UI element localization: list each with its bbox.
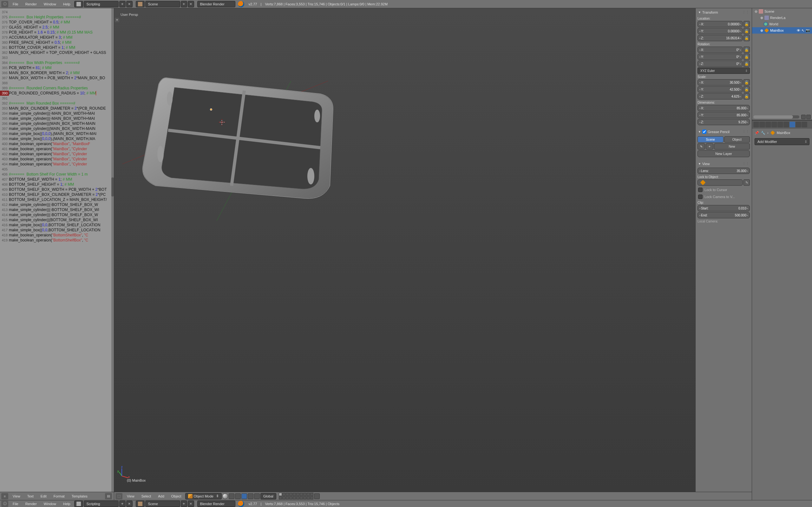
- viewport-toolshelf-toggle[interactable]: +: [115, 18, 119, 22]
- scale-x-field[interactable]: ◂X:30.500▸: [698, 79, 743, 86]
- loc-x-field[interactable]: ◂X:0.00000▸: [698, 21, 743, 27]
- rotation-mode-dropdown[interactable]: XYZ Euler: [698, 67, 750, 74]
- selectable-cursor-icon[interactable]: ↖: [802, 29, 804, 33]
- lens-field[interactable]: ◂Lens:35.000▸: [698, 168, 750, 174]
- visibility-eye-icon[interactable]: 👁: [797, 29, 800, 33]
- menu-render[interactable]: Render: [22, 1, 40, 7]
- scale-y-field[interactable]: ◂Y:42.500▸: [698, 86, 743, 93]
- dim-z-field[interactable]: ◂Z:9.250▸: [698, 119, 750, 125]
- rot-y-field[interactable]: ◂Y:0°▸: [698, 54, 743, 60]
- lock-object-eyedropper[interactable]: ✎: [744, 179, 750, 186]
- pivot-opts-icon[interactable]: [235, 493, 241, 499]
- text-menu-format[interactable]: Format: [50, 493, 68, 499]
- tab-renderlayers[interactable]: [759, 122, 765, 127]
- tab-material[interactable]: [802, 122, 807, 127]
- scene-icon-wrap[interactable]: [136, 1, 145, 7]
- viewport-editor-icon[interactable]: ⬚: [115, 493, 122, 499]
- scene-add-button[interactable]: +: [181, 1, 187, 7]
- grease-new-layer-button[interactable]: New Layer: [698, 150, 750, 157]
- info-editor-icon[interactable]: ⓘ: [1, 1, 8, 7]
- loc-y-lock[interactable]: 🔓: [744, 28, 750, 34]
- vp-menu-view[interactable]: View: [124, 493, 138, 499]
- menu-help-bottom[interactable]: Help: [60, 501, 73, 507]
- scene-dropdown-bottom[interactable]: Scene: [145, 501, 180, 507]
- menu-window[interactable]: Window: [41, 1, 59, 7]
- pin-icon[interactable]: 📌: [755, 131, 759, 135]
- grease-pencil-header[interactable]: ▼Grease Pencil⋮⋮: [696, 128, 751, 135]
- layout-selector-bottom[interactable]: [74, 501, 83, 507]
- rot-y-lock[interactable]: 🔓: [744, 54, 750, 60]
- lock-camera-checkbox[interactable]: [698, 194, 703, 199]
- layout-selector[interactable]: [74, 1, 83, 7]
- text-editor-type-icon[interactable]: ≡: [1, 493, 8, 499]
- vp-menu-object[interactable]: Object: [168, 493, 185, 499]
- outliner-mainbox-row[interactable]: ⊕MainBox 👁 ↖ 📷: [752, 27, 812, 34]
- outliner-world-row[interactable]: World: [752, 21, 812, 27]
- clip-start-field[interactable]: ◂Start:0.010▸: [698, 205, 750, 211]
- render-engine-dropdown[interactable]: Blender Render: [197, 1, 235, 7]
- loc-z-lock[interactable]: 🔓: [744, 35, 750, 41]
- tab-world[interactable]: [771, 122, 777, 127]
- menu-file[interactable]: File: [9, 1, 21, 7]
- menu-render-bottom[interactable]: Render: [22, 501, 40, 507]
- vp-menu-add[interactable]: Add: [155, 493, 167, 499]
- grease-scene-button[interactable]: Scene: [698, 136, 723, 143]
- outliner-renderlayers-row[interactable]: ⊕RenderLa: [752, 14, 812, 21]
- renderable-camera-icon[interactable]: 📷: [806, 29, 810, 33]
- grease-pencil-icon[interactable]: ✎: [698, 143, 705, 150]
- outliner-hscrollbar[interactable]: [753, 115, 799, 118]
- scene-add-bottom[interactable]: +: [181, 501, 187, 507]
- scale-y-lock[interactable]: 🔓: [744, 86, 750, 93]
- dim-y-field[interactable]: ◂Y:85.000▸: [698, 112, 750, 118]
- mainbox-mesh[interactable]: [133, 59, 336, 205]
- loc-y-field[interactable]: ◂Y:0.00000▸: [698, 28, 743, 34]
- text-menu-edit[interactable]: Edit: [38, 493, 50, 499]
- grease-add-icon[interactable]: +: [706, 143, 713, 150]
- tab-modifiers[interactable]: [790, 122, 795, 127]
- scene-dropdown[interactable]: Scene: [145, 1, 180, 7]
- menu-window-bottom[interactable]: Window: [41, 501, 59, 507]
- menu-help[interactable]: Help: [60, 1, 73, 7]
- scale-z-field[interactable]: ◂Z:4.625▸: [698, 93, 743, 100]
- layout-dropdown-bottom[interactable]: Scripting: [84, 501, 119, 507]
- add-modifier-dropdown[interactable]: Add Modifier: [755, 138, 809, 145]
- rot-x-field[interactable]: ◂X:0°▸: [698, 47, 743, 53]
- grease-new-button[interactable]: New: [714, 143, 750, 150]
- grease-object-button[interactable]: Object: [724, 136, 750, 143]
- vp-menu-select[interactable]: Select: [138, 493, 154, 499]
- dim-x-field[interactable]: ◂X:85.000▸: [698, 105, 750, 111]
- layout-add-button[interactable]: +: [119, 1, 125, 7]
- tab-data[interactable]: [796, 122, 801, 127]
- manipulator-icon[interactable]: [241, 493, 247, 499]
- code-scrollbar[interactable]: [111, 8, 114, 492]
- layers-widget[interactable]: [279, 493, 313, 499]
- layer-lock-icon[interactable]: [314, 493, 320, 499]
- 3d-viewport[interactable]: User Persp +: [114, 8, 695, 492]
- scene-remove-bottom[interactable]: ×: [188, 501, 194, 507]
- grease-enable-checkbox[interactable]: [702, 130, 706, 134]
- layout-add-bottom[interactable]: +: [119, 501, 125, 507]
- manip-rotate-icon[interactable]: [254, 493, 260, 499]
- rot-z-field[interactable]: ◂Z:0°▸: [698, 60, 743, 67]
- shading-solid-icon[interactable]: [222, 493, 228, 499]
- text-menu-templates[interactable]: Templates: [68, 493, 91, 499]
- properties-tabs[interactable]: [752, 120, 812, 129]
- mode-dropdown[interactable]: Object Mode⇕: [185, 493, 222, 499]
- orientation-dropdown[interactable]: Global: [260, 493, 276, 499]
- scale-x-lock[interactable]: 🔓: [744, 79, 750, 86]
- scene-remove-button[interactable]: ×: [188, 1, 194, 7]
- text-menu-view[interactable]: View: [9, 493, 23, 499]
- outliner[interactable]: ⊖Scene ⊕RenderLa World ⊕MainBox 👁 ↖ 📷: [752, 8, 812, 120]
- loc-z-field[interactable]: ◂Z:16.05314▸: [698, 35, 743, 41]
- scene-icon-wrap-bottom[interactable]: [136, 501, 145, 507]
- tab-constraints[interactable]: [783, 122, 789, 127]
- manip-translate-icon[interactable]: [248, 493, 253, 499]
- text-editor-options-icon[interactable]: ▤: [105, 493, 112, 499]
- loc-x-lock[interactable]: 🔓: [744, 21, 750, 27]
- layout-dropdown[interactable]: Scripting: [84, 1, 119, 7]
- code-area[interactable]: 374375#====== Box Height Properties ====…: [0, 8, 114, 492]
- view-panel-header[interactable]: ▼View⋮⋮: [696, 160, 751, 167]
- transform-panel-header[interactable]: ▼Transform⋮⋮: [696, 9, 751, 15]
- tab-render[interactable]: [753, 122, 759, 127]
- text-menu-text[interactable]: Text: [24, 493, 37, 499]
